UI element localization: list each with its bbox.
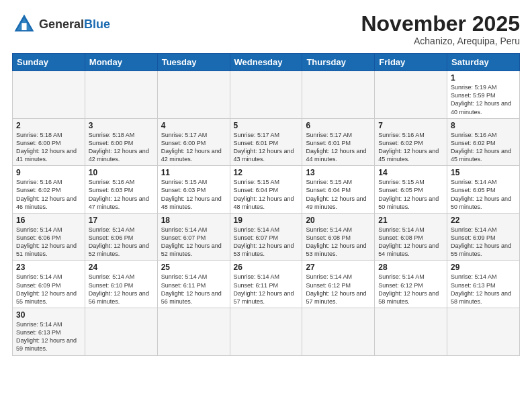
day-info: Sunrise: 5:15 AM Sunset: 6:03 PM Dayligh… (161, 178, 226, 211)
calendar-day: 6Sunrise: 5:17 AM Sunset: 6:01 PM Daylig… (302, 118, 375, 166)
day-info: Sunrise: 5:14 AM Sunset: 6:05 PM Dayligh… (451, 178, 516, 211)
day-info: Sunrise: 5:14 AM Sunset: 6:12 PM Dayligh… (306, 273, 371, 306)
day-info: Sunrise: 5:15 AM Sunset: 6:04 PM Dayligh… (306, 178, 371, 211)
day-info: Sunrise: 5:14 AM Sunset: 6:08 PM Dayligh… (378, 226, 443, 259)
calendar-day: 28Sunrise: 5:14 AM Sunset: 6:12 PM Dayli… (375, 261, 447, 308)
day-number: 19 (234, 216, 299, 225)
calendar-day (375, 308, 447, 356)
day-number: 4 (161, 121, 226, 130)
calendar-day: 13Sunrise: 5:15 AM Sunset: 6:04 PM Dayli… (302, 166, 375, 214)
day-info: Sunrise: 5:16 AM Sunset: 6:03 PM Dayligh… (89, 178, 154, 211)
day-info: Sunrise: 5:14 AM Sunset: 6:13 PM Dayligh… (16, 320, 81, 353)
calendar-week-row: 2Sunrise: 5:18 AM Sunset: 6:00 PM Daylig… (13, 118, 520, 166)
day-number: 7 (378, 121, 443, 130)
calendar-day: 27Sunrise: 5:14 AM Sunset: 6:12 PM Dayli… (302, 261, 375, 308)
calendar-day: 16Sunrise: 5:14 AM Sunset: 6:06 PM Dayli… (13, 213, 85, 261)
day-number: 29 (451, 263, 516, 272)
day-number: 5 (234, 121, 299, 130)
day-number: 9 (16, 168, 81, 177)
day-number: 1 (451, 73, 516, 83)
calendar-day: 22Sunrise: 5:14 AM Sunset: 6:09 PM Dayli… (447, 213, 520, 261)
calendar-day (157, 308, 230, 356)
col-monday: Monday (85, 54, 157, 71)
day-number: 11 (161, 168, 226, 177)
day-info: Sunrise: 5:16 AM Sunset: 6:02 PM Dayligh… (16, 178, 81, 211)
page: GeneralBlue November 2025 Achanizo, Areq… (0, 0, 532, 411)
day-number: 21 (378, 216, 443, 225)
day-info: Sunrise: 5:16 AM Sunset: 6:02 PM Dayligh… (451, 131, 516, 164)
day-info: Sunrise: 5:14 AM Sunset: 6:07 PM Dayligh… (161, 226, 226, 259)
col-saturday: Saturday (447, 54, 520, 71)
calendar-day: 10Sunrise: 5:16 AM Sunset: 6:03 PM Dayli… (85, 166, 157, 214)
day-info: Sunrise: 5:17 AM Sunset: 6:01 PM Dayligh… (306, 131, 371, 164)
calendar-day: 18Sunrise: 5:14 AM Sunset: 6:07 PM Dayli… (157, 213, 230, 261)
day-info: Sunrise: 5:14 AM Sunset: 6:06 PM Dayligh… (16, 226, 81, 259)
col-sunday: Sunday (13, 54, 85, 71)
day-info: Sunrise: 5:17 AM Sunset: 6:01 PM Dayligh… (234, 131, 299, 164)
calendar-day (85, 308, 157, 356)
calendar-day (302, 308, 375, 356)
calendar-day: 2Sunrise: 5:18 AM Sunset: 6:00 PM Daylig… (13, 118, 85, 166)
day-info: Sunrise: 5:14 AM Sunset: 6:13 PM Dayligh… (451, 273, 516, 306)
calendar-day (230, 308, 302, 356)
calendar-week-row: 1Sunrise: 5:19 AM Sunset: 5:59 PM Daylig… (13, 71, 520, 119)
calendar-day: 12Sunrise: 5:15 AM Sunset: 6:04 PM Dayli… (230, 166, 302, 214)
day-number: 28 (378, 263, 443, 272)
day-number: 17 (89, 216, 154, 225)
calendar-day (13, 71, 85, 119)
day-info: Sunrise: 5:14 AM Sunset: 6:08 PM Dayligh… (306, 226, 371, 259)
calendar-day: 5Sunrise: 5:17 AM Sunset: 6:01 PM Daylig… (230, 118, 302, 166)
day-info: Sunrise: 5:16 AM Sunset: 6:02 PM Dayligh… (378, 131, 443, 164)
calendar-week-row: 30Sunrise: 5:14 AM Sunset: 6:13 PM Dayli… (13, 308, 520, 356)
day-number: 24 (89, 263, 154, 272)
day-number: 2 (16, 121, 81, 130)
calendar-day: 7Sunrise: 5:16 AM Sunset: 6:02 PM Daylig… (375, 118, 447, 166)
calendar-day: 25Sunrise: 5:14 AM Sunset: 6:11 PM Dayli… (157, 261, 230, 308)
calendar-day: 14Sunrise: 5:15 AM Sunset: 6:05 PM Dayli… (375, 166, 447, 214)
calendar-day: 19Sunrise: 5:14 AM Sunset: 6:07 PM Dayli… (230, 213, 302, 261)
col-tuesday: Tuesday (157, 54, 230, 71)
calendar-day: 29Sunrise: 5:14 AM Sunset: 6:13 PM Dayli… (447, 261, 520, 308)
calendar-day: 3Sunrise: 5:18 AM Sunset: 6:00 PM Daylig… (85, 118, 157, 166)
day-info: Sunrise: 5:19 AM Sunset: 5:59 PM Dayligh… (451, 83, 516, 116)
logo-icon (12, 12, 36, 36)
day-number: 20 (306, 216, 371, 225)
col-friday: Friday (375, 54, 447, 71)
logo: GeneralBlue (12, 12, 110, 36)
day-number: 18 (161, 216, 226, 225)
title-block: November 2025 Achanizo, Arequipa, Peru (361, 12, 520, 46)
day-number: 14 (378, 168, 443, 177)
day-info: Sunrise: 5:14 AM Sunset: 6:09 PM Dayligh… (16, 273, 81, 306)
day-number: 27 (306, 263, 371, 272)
day-info: Sunrise: 5:14 AM Sunset: 6:07 PM Dayligh… (234, 226, 299, 259)
day-number: 15 (451, 168, 516, 177)
day-info: Sunrise: 5:17 AM Sunset: 6:00 PM Dayligh… (161, 131, 226, 164)
calendar-week-row: 23Sunrise: 5:14 AM Sunset: 6:09 PM Dayli… (13, 261, 520, 308)
calendar-day (375, 71, 447, 119)
subtitle: Achanizo, Arequipa, Peru (361, 36, 520, 46)
calendar-day (157, 71, 230, 119)
day-info: Sunrise: 5:15 AM Sunset: 6:04 PM Dayligh… (234, 178, 299, 211)
month-title: November 2025 (361, 12, 520, 36)
day-info: Sunrise: 5:14 AM Sunset: 6:11 PM Dayligh… (161, 273, 226, 306)
calendar-week-row: 9Sunrise: 5:16 AM Sunset: 6:02 PM Daylig… (13, 166, 520, 214)
day-number: 22 (451, 216, 516, 225)
day-info: Sunrise: 5:15 AM Sunset: 6:05 PM Dayligh… (378, 178, 443, 211)
calendar-week-row: 16Sunrise: 5:14 AM Sunset: 6:06 PM Dayli… (13, 213, 520, 261)
calendar-day: 11Sunrise: 5:15 AM Sunset: 6:03 PM Dayli… (157, 166, 230, 214)
day-number: 26 (234, 263, 299, 272)
calendar-day (85, 71, 157, 119)
calendar-day: 21Sunrise: 5:14 AM Sunset: 6:08 PM Dayli… (375, 213, 447, 261)
calendar-day: 4Sunrise: 5:17 AM Sunset: 6:00 PM Daylig… (157, 118, 230, 166)
logo-text: GeneralBlue (39, 17, 110, 32)
calendar-day (447, 308, 520, 356)
calendar-day: 15Sunrise: 5:14 AM Sunset: 6:05 PM Dayli… (447, 166, 520, 214)
day-info: Sunrise: 5:18 AM Sunset: 6:00 PM Dayligh… (89, 131, 154, 164)
calendar-day: 17Sunrise: 5:14 AM Sunset: 6:06 PM Dayli… (85, 213, 157, 261)
day-number: 23 (16, 263, 81, 272)
calendar-day: 8Sunrise: 5:16 AM Sunset: 6:02 PM Daylig… (447, 118, 520, 166)
calendar-day: 9Sunrise: 5:16 AM Sunset: 6:02 PM Daylig… (13, 166, 85, 214)
day-info: Sunrise: 5:14 AM Sunset: 6:09 PM Dayligh… (451, 226, 516, 259)
svg-rect-2 (21, 23, 26, 30)
calendar-day: 23Sunrise: 5:14 AM Sunset: 6:09 PM Dayli… (13, 261, 85, 308)
